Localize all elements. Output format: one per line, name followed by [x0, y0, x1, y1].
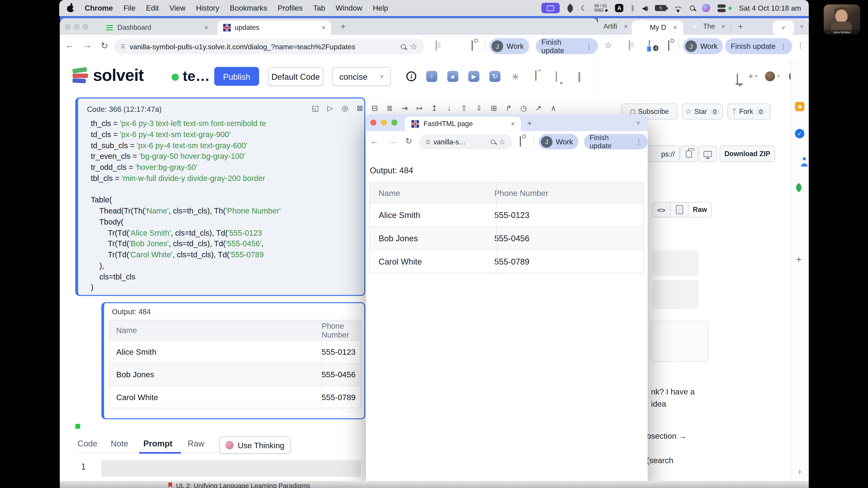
spotlight-icon[interactable] [690, 5, 694, 10]
code-line[interactable]: tr_even_cls = 'bg-gray-50 hover:bg-gray-… [91, 151, 363, 162]
more-menu-icon[interactable]: ⋮ [780, 42, 786, 50]
code-line[interactable]: ) [91, 283, 363, 293]
run-cell-icon[interactable]: ▷ [322, 103, 338, 112]
download-zip-button[interactable]: Download ZIP [720, 145, 775, 162]
close-window-icon[interactable] [65, 24, 71, 30]
code-line[interactable]: td_cls = 'px-6 py-4 text-sm text-gray-90… [91, 129, 363, 140]
sign-in-icon[interactable]: ⇥ [397, 103, 412, 112]
pending-icon[interactable]: ◷ [516, 103, 531, 112]
code-line[interactable]: Thead(Tr(Th('Name', cls=th_cls), Th('Pho… [91, 206, 363, 217]
input-source-icon[interactable]: A [615, 4, 623, 12]
tab-raw[interactable]: Raw [188, 439, 204, 448]
zoom-icon[interactable] [491, 140, 495, 144]
control-center-icon[interactable] [717, 4, 726, 12]
chevron-down-icon[interactable]: ˅ [754, 74, 757, 79]
finish-update-button[interactable]: Finish update ⋮ [536, 38, 598, 54]
code-line[interactable]: th_cls = 'px-6 py-3 text-left text-sm fo… [91, 119, 363, 129]
url-text[interactable]: vanilla-symbol-pulls-u1y.solve.it.com/di… [129, 42, 396, 51]
profile-chip[interactable]: J Work [489, 38, 529, 54]
add-cell-icon[interactable]: ⊞ [487, 103, 501, 112]
wifi-icon[interactable] [674, 5, 682, 11]
publish-button[interactable]: Publish [214, 67, 259, 86]
upload-icon[interactable]: ↑ [426, 71, 437, 82]
table-row[interactable]: Bob Jones555-0456 [110, 363, 360, 386]
more-menu-icon[interactable]: ⋮ [586, 42, 592, 50]
zoom-window-icon[interactable] [83, 24, 89, 30]
monitor-icon[interactable] [556, 71, 557, 82]
zoom-icon[interactable] [401, 44, 405, 49]
code-line[interactable]: Tr(Td('Bob Jones', cls=td_cls), Td('555-… [91, 238, 363, 250]
book-icon[interactable] [579, 72, 580, 83]
code-editor[interactable]: th_cls = 'px-6 py-3 text-left text-sm fo… [91, 119, 363, 294]
fork-button[interactable]: ᛘ Fork 0 [727, 103, 771, 120]
tab-prompt[interactable]: Prompt [143, 439, 173, 448]
address-bar[interactable]: ☰ vanilla-s… ☆ [419, 134, 512, 149]
send-to-devices-icon[interactable] [649, 40, 650, 51]
bookmark-star-icon[interactable]: ☆ [410, 41, 417, 52]
tab-note[interactable]: Note [111, 439, 128, 448]
new-tab-icon[interactable]: + [340, 22, 346, 32]
settings-gear-icon[interactable]: ✳ [512, 71, 520, 83]
menu-tab[interactable]: Tab [313, 4, 325, 12]
refresh-icon[interactable]: ↻ [101, 40, 108, 51]
refresh-icon[interactable]: ↻ [405, 136, 412, 146]
tab-updates-active[interactable]: updates × [217, 21, 331, 35]
stop-icon[interactable]: ■ [447, 71, 458, 82]
forward-icon[interactable]: → [83, 40, 92, 51]
battery-icon[interactable]: ϟ [655, 5, 666, 11]
refresh-icon[interactable]: ↻ [489, 71, 500, 82]
insert-below-icon[interactable]: ⇩ [471, 103, 487, 112]
back-icon[interactable]: ← [370, 136, 379, 145]
file-view-icon[interactable] [671, 205, 688, 214]
tab-github-active[interactable]: My D × [631, 21, 683, 35]
notifications-bell-icon[interactable] [737, 74, 738, 84]
extensions-icon[interactable] [472, 40, 473, 51]
code-line[interactable]: tbl_cls = 'min-w-full divide-y divide-gr… [91, 173, 363, 184]
move-down-icon[interactable]: ↓ [442, 104, 457, 112]
code-line[interactable]: Table( [91, 195, 363, 206]
code-view-icon[interactable]: <> [653, 205, 670, 214]
close-icon[interactable]: × [673, 24, 677, 31]
database-icon[interactable]: ≣ [382, 103, 397, 112]
expand-panel-icon[interactable]: › [798, 466, 801, 476]
menu-view[interactable]: View [169, 4, 186, 12]
code-line[interactable]: Tr(Td('Carol White', cls=td_cls), Td('55… [91, 250, 363, 260]
tab-dashboard[interactable]: Dashboard × [101, 21, 212, 35]
extensions-icon[interactable] [520, 136, 521, 147]
menubar-clock[interactable]: Sat 4 Oct 10:18 am [739, 4, 801, 12]
menu-file[interactable]: File [123, 4, 135, 12]
move-top-icon[interactable]: ↥ [427, 103, 442, 112]
preview-icon[interactable]: ◎ [338, 103, 352, 112]
run-icon[interactable]: ▶ [468, 71, 479, 82]
volume-icon[interactable]: ◀)) [642, 5, 648, 11]
screen-sharing-icon[interactable] [541, 3, 560, 13]
code-line[interactable]: td_sub_cls = 'px-6 py-4 text-sm text-gra… [91, 140, 363, 151]
address-bar[interactable]: ☰ vanilla-symbol-pulls-u1y.solve.it.com/… [114, 39, 424, 54]
menu-chrome[interactable]: Chrome [85, 4, 113, 12]
bluetooth-icon[interactable]: ᛒ [631, 4, 635, 12]
menu-edit[interactable]: Edit [146, 4, 159, 12]
chevron-down-icon[interactable]: ˅ [637, 120, 640, 126]
star-button[interactable]: ☆ Star 0 [682, 103, 723, 120]
close-icon[interactable]: × [511, 120, 515, 128]
menu-window[interactable]: Window [336, 4, 362, 12]
clipboard-icon[interactable] [535, 70, 536, 81]
raw-button[interactable]: Raw [688, 202, 711, 217]
copy-url-button[interactable] [680, 145, 698, 162]
tab-artifacts[interactable]: Artifi [603, 23, 617, 30]
siri-icon[interactable] [702, 4, 710, 12]
finish-update-button[interactable]: Finish update ⋮ [725, 38, 792, 54]
menu-history[interactable]: History [196, 4, 219, 12]
chevron-down-icon[interactable]: ˅ [800, 23, 804, 30]
prompt-input[interactable] [101, 460, 361, 477]
promote-icon[interactable]: ↱ [501, 103, 516, 112]
bookmark-star-icon[interactable]: ☆ [499, 138, 505, 146]
extensions-icon[interactable] [668, 40, 669, 51]
collapse-icon[interactable]: ∧ [546, 103, 561, 112]
focus-moon-icon[interactable]: ☾ [581, 4, 587, 12]
add-icon[interactable]: + [796, 255, 802, 266]
minimize-window-icon[interactable] [381, 120, 387, 126]
readme-link[interactable]: bsection → [647, 431, 687, 440]
battery-app-icon[interactable] [565, 3, 575, 13]
finish-update-button[interactable]: Finish update ⋮ [584, 134, 648, 150]
